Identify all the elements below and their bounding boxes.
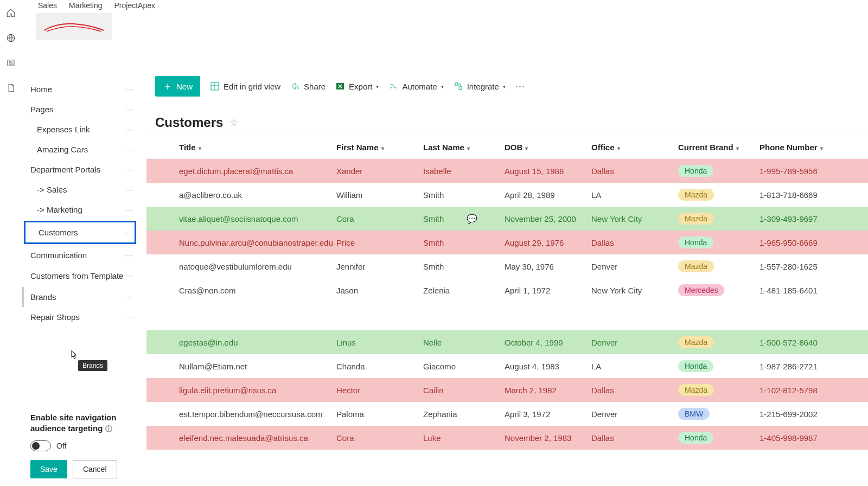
cell: eleifend.nec.malesuada@atrisus.ca — [179, 433, 336, 443]
sidebar-item-brands[interactable]: Brands··· — [22, 287, 138, 307]
globe-icon[interactable] — [5, 33, 16, 43]
integrate-button[interactable]: Integrate▾ — [454, 81, 506, 91]
more-icon[interactable]: ··· — [126, 166, 133, 174]
table-row[interactable]: Nunc.pulvinar.arcu@conubianostraper.eduP… — [146, 231, 868, 254]
table-row[interactable]: eleifend.nec.malesuada@atrisus.caCoraLuk… — [146, 426, 868, 450]
brand-tag: Mazda — [678, 213, 714, 225]
share-button[interactable]: Share — [290, 81, 326, 91]
cell: Cora — [336, 214, 423, 223]
more-icon[interactable]: ··· — [126, 272, 133, 280]
export-button[interactable]: Export▾ — [335, 81, 379, 91]
chevron-down-icon: ▾ — [820, 145, 823, 151]
sidebar-item-label: Expenses Link — [37, 125, 90, 134]
document-icon[interactable] — [5, 82, 16, 93]
more-icon[interactable]: ··· — [126, 86, 133, 93]
column-first-name[interactable]: First Name▾ — [336, 143, 423, 152]
more-icon[interactable]: ··· — [126, 126, 133, 133]
sidebar-item-label: Amazing Cars — [37, 145, 88, 154]
sidebar-item-pages[interactable]: Pages··· — [22, 99, 138, 119]
table-row[interactable]: 💬vitae.aliquet@sociisnatoque.comCoraSmit… — [146, 207, 868, 231]
sidebar-item--sales[interactable]: -> Sales··· — [22, 180, 138, 200]
more-icon[interactable]: ··· — [126, 106, 133, 113]
comment-icon[interactable]: 💬 — [467, 214, 477, 224]
tab-sales[interactable]: Sales — [38, 1, 57, 10]
sidebar-item-repair-shops[interactable]: Repair Shops··· — [22, 307, 138, 327]
cell: Denver — [591, 410, 678, 419]
table-row[interactable]: ligula.elit.pretium@risus.caHectorCailin… — [146, 378, 868, 402]
table-row[interactable]: Cras@non.comJasonZeleniaApril 1, 1972New… — [146, 278, 868, 302]
sidebar-item-customers[interactable]: Customers··· — [24, 221, 136, 244]
tab-projectapex[interactable]: ProjectApex — [114, 1, 155, 10]
more-icon[interactable]: ··· — [122, 229, 129, 236]
cell: Denver — [591, 262, 678, 271]
sidebar-item-department-portals[interactable]: Department Portals··· — [22, 159, 138, 180]
more-icon[interactable]: ··· — [126, 252, 133, 259]
sidebar-item-amazing-cars[interactable]: Amazing Cars··· — [22, 139, 138, 159]
sidebar-item-label: -> Marketing — [37, 205, 82, 214]
new-button[interactable]: ＋New — [155, 76, 200, 97]
table-row[interactable]: a@aclibero.co.ukWilliamSmithApril 28, 19… — [146, 183, 868, 207]
command-bar: ＋New Edit in grid view Share Export▾ Aut… — [146, 71, 868, 102]
site-logo[interactable] — [36, 13, 112, 40]
sidebar-item-home[interactable]: Home··· — [22, 79, 138, 99]
more-icon[interactable]: ··· — [126, 146, 133, 154]
cell: Giacomo — [423, 362, 505, 371]
brand-tag: Mazda — [678, 260, 714, 272]
tooltip-brands: Brands — [78, 360, 107, 371]
info-icon[interactable]: ⓘ — [105, 425, 112, 433]
cell: Smith — [423, 238, 505, 247]
more-icon[interactable]: ··· — [126, 313, 133, 321]
cell-brand: Mazda — [678, 384, 760, 396]
more-icon[interactable]: ··· — [126, 293, 133, 300]
table-row[interactable]: eget.dictum.placerat@mattis.caXanderIsab… — [146, 159, 868, 183]
cell-phone: 1-965-950-6669 — [760, 238, 841, 247]
sidebar-item-customers-from-template[interactable]: Customers from Template··· — [22, 265, 138, 287]
automate-button[interactable]: Automate▾ — [388, 81, 443, 91]
table-row[interactable]: natoque@vestibulumlorem.eduJenniferSmith… — [146, 254, 868, 278]
sidebar-item-label: Department Portals — [30, 165, 100, 174]
news-icon[interactable] — [5, 57, 16, 68]
plus-icon: ＋ — [163, 80, 173, 93]
tab-marketing[interactable]: Marketing — [69, 1, 102, 10]
cell: April 3, 1972 — [505, 410, 591, 419]
sidebar-item-communication[interactable]: Communication··· — [22, 245, 138, 265]
table-row[interactable]: Nullam@Etiam.netChandaGiacomoAugust 4, 1… — [146, 354, 868, 378]
cell: Zephania — [423, 410, 505, 419]
column-current-brand[interactable]: Current Brand▾ — [678, 143, 760, 152]
cell-phone: 1-481-185-6401 — [760, 286, 841, 295]
cell: October 4, 1999 — [505, 338, 591, 347]
more-icon[interactable]: ··· — [126, 206, 133, 214]
cell-brand: BMW — [678, 408, 760, 420]
sidebar-item--marketing[interactable]: -> Marketing··· — [22, 200, 138, 220]
column-title[interactable]: Title▾ — [179, 143, 336, 152]
brand-tag: Honda — [678, 165, 713, 177]
chevron-down-icon: ▾ — [376, 84, 379, 89]
table-row[interactable]: est.tempor.bibendum@neccursusa.comPaloma… — [146, 402, 868, 426]
share-icon — [290, 81, 300, 91]
more-icon[interactable]: ··· — [126, 186, 133, 194]
cell: Nunc.pulvinar.arcu@conubianostraper.edu — [179, 238, 336, 247]
favorite-star-icon[interactable]: ☆ — [229, 117, 238, 129]
home-icon[interactable] — [5, 8, 16, 18]
chevron-down-icon: ▾ — [617, 145, 620, 151]
cell: Jennifer — [336, 262, 423, 271]
sidebar-item-expenses-link[interactable]: Expenses Link··· — [22, 119, 138, 139]
table-row[interactable]: egestas@in.eduLinusNelleOctober 4, 1999D… — [146, 330, 868, 354]
cell-phone: 1-309-493-9697 — [760, 214, 841, 223]
more-commands-button[interactable]: ··· — [515, 81, 525, 92]
save-button[interactable]: Save — [30, 460, 67, 478]
cancel-button[interactable]: Cancel — [73, 460, 117, 478]
cell: LA — [591, 362, 678, 371]
brand-tag: Mercedes — [678, 284, 724, 296]
edit-grid-button[interactable]: Edit in grid view — [210, 81, 280, 91]
column-office[interactable]: Office▾ — [591, 143, 678, 152]
column-last-name[interactable]: Last Name▾ — [423, 143, 505, 152]
customers-table: Title▾ First Name▾ Last Name▾ DOB▾ Offic… — [146, 136, 868, 450]
audience-targeting-toggle[interactable] — [30, 440, 51, 451]
cell: Cora — [336, 433, 423, 443]
cell: LA — [591, 190, 678, 200]
svg-rect-2 — [211, 82, 219, 90]
cell: Dallas — [591, 433, 678, 443]
column-dob[interactable]: DOB▾ — [505, 143, 591, 152]
column-phone-number[interactable]: Phone Number▾ — [760, 143, 841, 152]
